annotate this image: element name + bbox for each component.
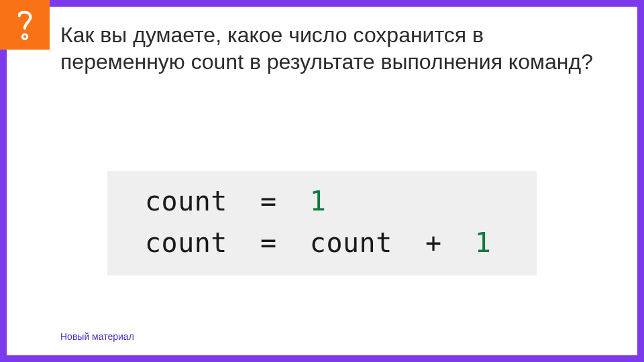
- code-line-1: count = 1: [145, 180, 523, 222]
- code-token-number: 1: [475, 227, 492, 258]
- slide-footer: Новый материал: [60, 331, 134, 342]
- slide-heading: Как вы думаете, какое число сохранится в…: [60, 21, 610, 75]
- slide: Как вы думаете, какое число сохранится в…: [0, 0, 644, 362]
- svg-point-0: [22, 34, 27, 39]
- code-block: count = 1 count = count + 1: [107, 171, 537, 276]
- code-token-eq: =: [260, 227, 277, 258]
- code-token-eq: =: [260, 186, 277, 217]
- question-mark-icon: [11, 7, 39, 42]
- question-badge: [0, 0, 50, 50]
- code-token-plus: +: [425, 227, 442, 258]
- code-line-2: count = count + 1: [145, 222, 523, 263]
- code-token-var: count: [145, 227, 227, 258]
- code-token-var: count: [310, 227, 392, 258]
- code-token-var: count: [145, 186, 227, 217]
- code-token-number: 1: [310, 186, 327, 217]
